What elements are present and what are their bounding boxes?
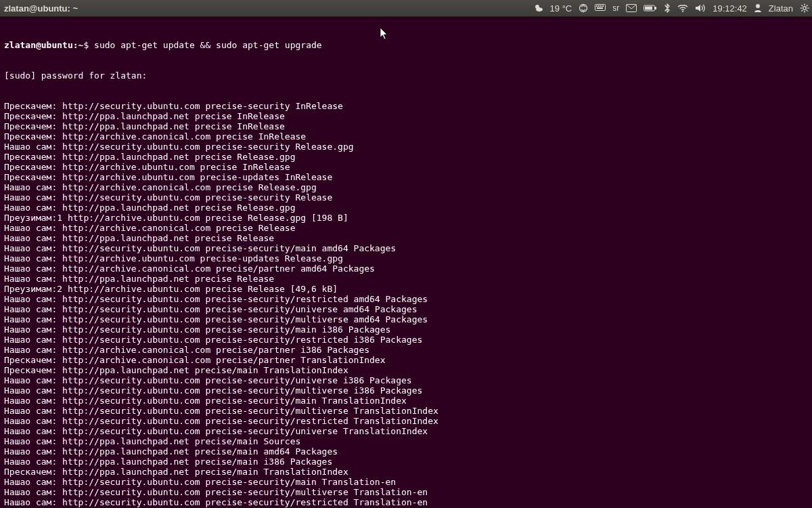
output-line: Нашао сам: http://security.ubuntu.com pr… [4,406,808,416]
output-line: Нашао сам: http://security.ubuntu.com pr… [4,375,808,385]
output-line: Нашао сам: http://ppa.launchpad.net prec… [4,274,808,284]
output-line: Нашао сам: http://archive.canonical.com … [4,182,808,192]
svg-rect-11 [655,7,656,9]
output-line: Нашао сам: http://ppa.launchpad.net prec… [4,203,808,213]
svg-rect-6 [600,5,602,7]
output-line: Нашао сам: http://archive.ubuntu.com pre… [4,253,808,263]
volume-icon[interactable] [695,3,706,13]
terminal-output: Прескачем: http://security.ubuntu.com pr… [4,101,808,508]
wifi-icon[interactable] [677,4,688,12]
keyboard-layout[interactable]: sr [612,3,619,13]
svg-rect-12 [645,7,652,10]
svg-line-22 [807,5,808,6]
output-line: Нашао сам: http://security.ubuntu.com pr… [4,497,808,507]
output-line: Нашао сам: http://security.ubuntu.com pr… [4,487,808,497]
output-line: Нашао сам: http://security.ubuntu.com pr… [4,426,808,436]
mail-icon[interactable] [626,4,637,12]
output-line: Нашао сам: http://security.ubuntu.com pr… [4,324,808,335]
output-line: Нашао сам: http://ppa.launchpad.net prec… [4,233,808,243]
output-line: Нашао сам: http://security.ubuntu.com pr… [4,335,808,345]
svg-rect-5 [598,5,600,7]
window-title: zlatan@ubuntu: ~ [4,3,78,14]
output-line: Нашао сам: http://security.ubuntu.com pr… [4,396,808,406]
output-line: Нашао сам: http://archive.canonical.com … [4,345,808,355]
output-line: Нашао сам: http://security.ubuntu.com pr… [4,192,808,203]
output-line: Нашао сам: http://archive.canonical.com … [4,263,808,274]
weather-temp[interactable]: 19 °C [550,3,572,14]
output-line: Прескачем: http://ppa.launchpad.net prec… [4,111,808,121]
weather-icon[interactable] [534,3,543,13]
user-icon[interactable] [754,3,762,13]
svg-line-20 [801,5,803,6]
output-line: Нашао сам: http://ppa.launchpad.net prec… [4,446,808,457]
output-line: Прескачем: http://ppa.launchpad.net prec… [4,365,808,375]
keyboard-icon[interactable] [595,4,606,12]
session-user[interactable]: Zlatan [769,3,793,14]
output-line: Преузимам:2 http://archive.ubuntu.com pr… [4,284,808,294]
svg-point-14 [756,4,760,8]
sync-icon[interactable] [579,3,588,13]
svg-point-15 [803,7,807,10]
svg-line-23 [801,10,803,12]
menubar-indicators: 19 °C sr 19:12:42 Zlatan [534,0,809,16]
sudo-password-line: [sudo] password for zlatan: [4,70,808,81]
svg-rect-7 [602,5,604,7]
output-line: Нашао сам: http://security.ubuntu.com pr… [4,142,808,152]
battery-icon[interactable] [644,4,657,12]
output-line: Нашао сам: http://ppa.launchpad.net prec… [4,457,808,467]
svg-point-1 [536,7,543,12]
prompt-user-host: zlatan@ubuntu [4,40,73,50]
svg-point-13 [682,11,683,12]
output-line: Прескачем: http://security.ubuntu.com pr… [4,101,808,111]
clock[interactable]: 19:12:42 [713,3,747,14]
output-line: Нашао сам: http://security.ubuntu.com pr… [4,304,808,314]
prompt-symbol: $ [83,40,89,50]
output-line: Прескачем: http://ppa.launchpad.net prec… [4,467,808,477]
output-line: Прескачем: http://ppa.launchpad.net prec… [4,121,808,131]
output-line: Нашао сам: http://ppa.launchpad.net prec… [4,436,808,446]
output-line: Нашао сам: http://security.ubuntu.com pr… [4,416,808,426]
output-line: Нашао сам: http://security.ubuntu.com pr… [4,314,808,324]
terminal-area[interactable]: zlatan@ubuntu:~$ sudo apt-get update && … [0,17,812,508]
svg-rect-8 [597,7,603,9]
output-line: Нашао сам: http://security.ubuntu.com pr… [4,243,808,253]
output-line: Нашао сам: http://security.ubuntu.com pr… [4,477,808,487]
bluetooth-icon[interactable] [664,3,671,13]
output-line: Прескачем: http://archive.ubuntu.com pre… [4,162,808,172]
top-menubar: zlatan@ubuntu: ~ 19 °C sr 19:12:42 [0,0,812,17]
output-line: Прескачем: http://archive.canonical.com … [4,355,808,365]
output-line: Преузимам:1 http://archive.ubuntu.com pr… [4,213,808,223]
output-line: Прескачем: http://ppa.launchpad.net prec… [4,152,808,162]
power-cog-icon[interactable] [800,3,809,13]
output-line: Нашао сам: http://security.ubuntu.com pr… [4,294,808,304]
svg-rect-4 [596,5,597,7]
prompt-line: zlatan@ubuntu:~$ sudo apt-get update && … [4,40,808,50]
output-line: Нашао сам: http://archive.canonical.com … [4,223,808,233]
output-line: Нашао сам: http://security.ubuntu.com pr… [4,385,808,396]
output-line: Прескачем: http://archive.canonical.com … [4,131,808,142]
output-line: Прескачем: http://archive.ubuntu.com pre… [4,172,808,182]
entered-command: sudo apt-get update && sudo apt-get upgr… [94,40,322,50]
svg-line-21 [807,10,808,12]
